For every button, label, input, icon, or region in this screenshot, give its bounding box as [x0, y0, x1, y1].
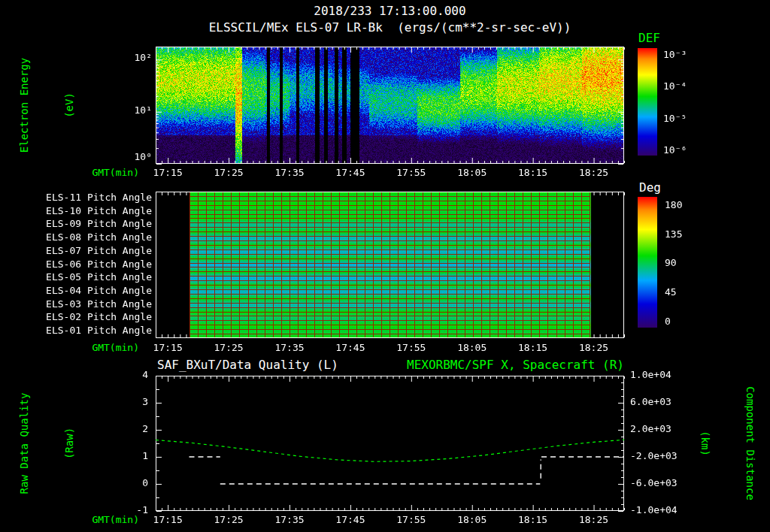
quality-tick-label: -1 [105, 505, 148, 516]
time-tick-label: 18:05 [442, 343, 502, 354]
distance-tick-label: -1.0e+04 [630, 505, 678, 516]
distance-tick-label: 1.0e+04 [630, 370, 671, 381]
pitch-row-label: ELS-04 Pitch Angle [0, 286, 152, 297]
deg-tick-label: 180 [665, 200, 682, 211]
distance-tick-label: 2.0e+03 [630, 424, 671, 435]
energy-tick-label: 10⁰ [110, 152, 152, 163]
deg-colorbar-title: Deg [639, 181, 661, 195]
time-tick-label: 17:15 [138, 168, 198, 179]
raw-data-quality-axis-label-line1: Raw Data Quality [17, 393, 32, 494]
distance-tick-label: -6.0e+03 [630, 478, 678, 489]
spacecraft-x-distance-line [156, 440, 624, 461]
time-tick-label: 17:15 [138, 343, 198, 354]
time-tick-label: 18:15 [503, 515, 563, 526]
pitch-row-label: ELS-07 Pitch Angle [0, 246, 152, 257]
energy-tick-label: 10² [110, 53, 152, 64]
time-tick-label: 17:35 [259, 343, 320, 354]
time-tick-label: 18:15 [503, 168, 563, 179]
electron-spectrogram-canvas [156, 47, 624, 164]
gmt-axis-caption-top: GMT(min) [77, 168, 139, 179]
electron-energy-axis-label: Electron Energy (eV) [0, 58, 107, 153]
time-tick-label: 17:55 [381, 515, 441, 526]
time-tick-label: 17:55 [381, 168, 441, 179]
time-tick-label: 18:05 [442, 515, 502, 526]
quality-panel-title-right: MEXORBMC/SPF X, Spacecraft (R) [376, 358, 624, 372]
component-distance-axis-label-line2: (km) [698, 386, 713, 500]
instrument-title: ELSSCIL/MEx ELS-07 LR-Bk (ergs/(cm**2-sr… [118, 21, 662, 35]
time-tick-label: 18:25 [564, 168, 624, 179]
pitch-row-label: ELS-01 Pitch Angle [0, 325, 152, 337]
pitch-row-label: ELS-03 Pitch Angle [0, 299, 152, 310]
def-tick-label: 10⁻³ [663, 50, 687, 61]
deg-tick-label: 0 [665, 316, 671, 328]
gmt-axis-caption-middle: GMT(min) [77, 343, 139, 354]
component-distance-axis-label-line1: Component Distance [743, 386, 758, 500]
time-tick-label: 18:15 [503, 343, 563, 354]
electron-energy-axis-label-line1: Electron Energy [17, 58, 32, 153]
time-tick-label: 17:25 [199, 343, 259, 354]
quality-tick-label: 3 [105, 397, 148, 408]
quality-tick-label: 0 [105, 478, 148, 489]
time-tick-label: 17:45 [320, 343, 380, 354]
quality-frame-and-ticks [156, 376, 625, 512]
time-tick-label: 17:45 [320, 515, 380, 526]
time-tick-label: 17:25 [199, 168, 259, 179]
deg-colorbar [638, 197, 657, 328]
distance-tick-label: -2.0e+03 [630, 451, 678, 462]
def-tick-label: 10⁻⁶ [663, 145, 687, 156]
pitch-row-label: ELS-06 Pitch Angle [0, 259, 152, 271]
raw-data-quality-axis-label-line2: (Raw) [62, 393, 77, 494]
time-tick-label: 17:35 [259, 168, 320, 179]
energy-tick-label: 10¹ [110, 105, 152, 116]
def-colorbar-title: DEF [638, 32, 660, 45]
datetime-title: 2018/233 17:13:00.000 [156, 5, 624, 18]
pitch-row-label: ELS-08 Pitch Angle [0, 232, 152, 243]
quality-tick-label: 4 [105, 370, 148, 381]
gmt-axis-caption-bottom: GMT(min) [77, 515, 139, 526]
time-tick-label: 17:25 [199, 515, 259, 526]
pitch-row-label: ELS-10 Pitch Angle [0, 206, 152, 217]
quality-tick-label: 1 [105, 451, 148, 462]
def-colorbar [638, 48, 657, 156]
time-tick-label: 18:05 [442, 168, 502, 179]
electron-energy-axis-label-line2: (eV) [62, 58, 77, 153]
pitch-row-label: ELS-05 Pitch Angle [0, 272, 152, 283]
time-tick-label: 18:25 [564, 515, 624, 526]
time-tick-label: 18:25 [564, 343, 624, 354]
def-tick-label: 10⁻⁴ [663, 81, 687, 92]
def-tick-label: 10⁻⁵ [663, 113, 687, 125]
component-distance-axis-label: Component Distance (km) [668, 386, 770, 500]
deg-tick-label: 45 [665, 287, 677, 298]
time-tick-label: 17:15 [138, 515, 198, 526]
time-tick-label: 17:45 [320, 168, 380, 179]
time-tick-label: 17:35 [259, 515, 320, 526]
pitch-row-label: ELS-02 Pitch Angle [0, 312, 152, 323]
deg-tick-label: 90 [665, 258, 677, 269]
science-plot-page: 2018/233 17:13:00.000 ELSSCIL/MEx ELS-07… [0, 0, 770, 532]
deg-tick-label: 135 [665, 229, 682, 240]
pitch-row-label: ELS-09 Pitch Angle [0, 219, 152, 230]
quality-tick-label: 2 [105, 424, 148, 435]
raw-data-quality-axis-label: Raw Data Quality (Raw) [0, 393, 107, 494]
distance-tick-label: 6.0e+03 [630, 397, 671, 408]
time-tick-label: 17:55 [381, 343, 441, 354]
pitch-row-label: ELS-11 Pitch Angle [0, 192, 152, 204]
quality-panel-title-left: SAF_BXuT/Data Quality (L) [157, 358, 338, 372]
pitch-angle-canvas [156, 192, 624, 338]
